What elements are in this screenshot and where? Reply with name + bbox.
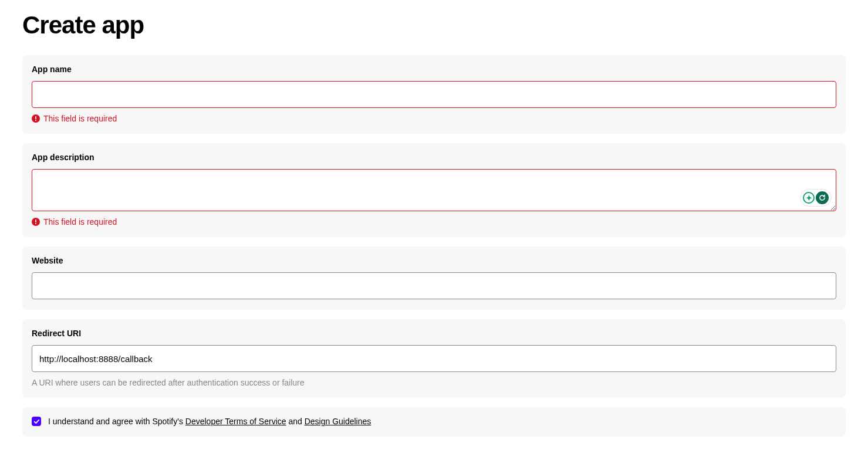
section-app-name: App name This field is required: [22, 55, 846, 134]
grammarly-add-icon: ✦: [803, 192, 815, 204]
agreement-mid: and: [286, 417, 305, 426]
app-description-label: App description: [32, 153, 836, 162]
app-name-input[interactable]: [32, 81, 836, 108]
link-developer-terms[interactable]: Developer Terms of Service: [185, 417, 286, 426]
agreement-checkbox[interactable]: [32, 417, 41, 426]
grammarly-g-icon: [816, 191, 829, 204]
section-redirect-uri: Redirect URI A URI where users can be re…: [22, 319, 846, 398]
app-name-label: App name: [32, 65, 836, 74]
section-agreement: I understand and agree with Spotify's De…: [22, 407, 846, 437]
section-app-description: App description ✦ This field is required: [22, 143, 846, 237]
app-description-input[interactable]: [32, 169, 836, 211]
app-name-error-text: This field is required: [43, 114, 117, 123]
link-design-guidelines[interactable]: Design Guidelines: [305, 417, 371, 426]
grammarly-widget[interactable]: ✦: [800, 189, 832, 207]
section-website: Website: [22, 246, 846, 310]
agreement-prefix: I understand and agree with Spotify's: [48, 417, 185, 426]
svg-rect-4: [35, 219, 36, 222]
website-label: Website: [32, 256, 836, 265]
redirect-uri-help: A URI where users can be redirected afte…: [32, 378, 836, 387]
website-input[interactable]: [32, 272, 836, 299]
error-icon: [32, 218, 40, 226]
redirect-uri-label: Redirect URI: [32, 329, 836, 338]
page-title: Create app: [22, 12, 846, 39]
error-icon: [32, 114, 40, 123]
app-description-error: This field is required: [32, 217, 836, 227]
check-icon: [33, 418, 40, 425]
svg-point-2: [35, 120, 36, 121]
svg-point-5: [35, 223, 36, 224]
svg-rect-1: [35, 116, 36, 119]
app-description-error-text: This field is required: [43, 217, 117, 227]
app-name-error: This field is required: [32, 114, 836, 123]
redirect-uri-input[interactable]: [32, 345, 836, 372]
agreement-text: I understand and agree with Spotify's De…: [48, 417, 371, 426]
